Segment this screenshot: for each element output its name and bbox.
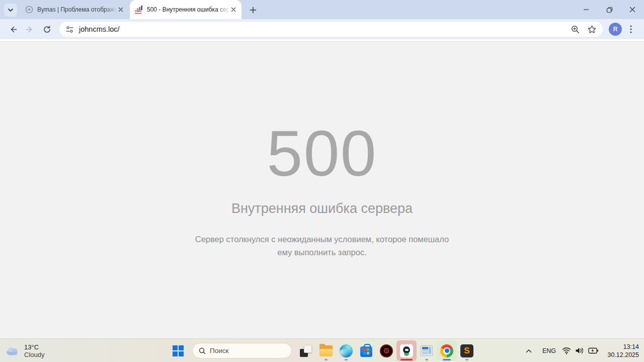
close-icon — [629, 7, 635, 13]
url-text[interactable]: johncms.loc/ — [79, 25, 571, 33]
taskbar-center: ⚙ S — [168, 340, 477, 361]
back-icon — [9, 25, 17, 34]
address-bar[interactable]: johncms.loc/ — [59, 22, 603, 37]
chrome-icon — [440, 344, 453, 357]
task-view-button[interactable] — [296, 340, 316, 361]
tab-bymas[interactable]: Bymas | Проблема отображен — [20, 0, 129, 19]
forward-button[interactable] — [21, 21, 38, 38]
browser-menu-button[interactable] — [625, 23, 637, 35]
taskbar: 13°C Cloudy — [0, 338, 644, 362]
site-settings-icon — [65, 25, 74, 34]
recording-indicator — [400, 359, 413, 360]
browser-tabstrip: Bymas | Проблема отображен CMS 500 - Вну… — [0, 0, 644, 19]
taskbar-search[interactable] — [192, 343, 292, 358]
page-top-strip — [0, 39, 644, 42]
file-explorer-icon — [319, 345, 333, 356]
tray-overflow-button[interactable] — [522, 349, 535, 353]
edge-button[interactable] — [336, 340, 356, 361]
tab-500-error[interactable]: CMS 500 - Внутренняя ошибка сер — [130, 0, 242, 19]
error-title: Внутренняя ошибка сервера — [0, 201, 644, 216]
minimize-icon — [583, 7, 589, 13]
broadcast-icon — [25, 6, 33, 14]
volume-icon — [575, 347, 584, 354]
dark-red-app-icon: ⚙ — [380, 344, 393, 357]
johncms-favicon: CMS — [135, 6, 143, 14]
running-indicator — [345, 359, 348, 360]
running-indicator — [425, 359, 428, 360]
reload-button[interactable] — [38, 21, 55, 38]
chevron-up-icon — [526, 349, 532, 353]
tray-clock[interactable]: 13:14 30.12.2025 — [604, 343, 639, 359]
close-icon — [118, 7, 123, 12]
tab-close-button[interactable] — [229, 6, 237, 14]
chevron-down-icon — [8, 7, 14, 13]
desktop-screen: Bymas | Проблема отображен CMS 500 - Вну… — [0, 0, 644, 362]
active-app-indicator — [443, 359, 451, 360]
search-input[interactable] — [210, 347, 280, 354]
running-indicator — [465, 359, 468, 360]
wifi-icon — [562, 347, 571, 354]
microsoft-store-button[interactable] — [356, 340, 376, 361]
tray-date: 30.12.2025 — [604, 351, 639, 359]
sublime-text-button[interactable]: S — [457, 340, 477, 361]
error-code: 500 — [0, 121, 644, 186]
cloud-icon — [5, 345, 20, 356]
error-message: Сервер столкнулся с неожиданным условием… — [191, 233, 453, 259]
start-button[interactable] — [168, 340, 188, 361]
battery-icon — [588, 347, 599, 354]
task-view-icon — [300, 345, 312, 357]
edge-icon — [340, 344, 353, 357]
bookmark-star-icon[interactable] — [587, 25, 597, 34]
close-window-button[interactable] — [621, 0, 644, 19]
dark-red-app-button[interactable]: ⚙ — [376, 340, 396, 361]
cms-logo-text: CMS — [135, 10, 141, 14]
weather-widget[interactable]: 13°C Cloudy — [5, 341, 44, 360]
error-page: 500 Внутренняя ошибка сервера Сервер сто… — [0, 39, 644, 338]
reload-icon — [43, 25, 51, 34]
tray-time: 13:14 — [604, 343, 639, 351]
sublime-text-icon: S — [460, 344, 473, 357]
microsoft-store-icon — [360, 346, 372, 357]
profile-avatar[interactable]: R — [609, 23, 622, 36]
system-app-button[interactable] — [417, 340, 437, 361]
close-icon — [231, 7, 236, 12]
file-explorer-button[interactable] — [316, 340, 336, 361]
menu-kebab-icon — [630, 25, 632, 33]
tab-title: Bymas | Проблема отображен — [37, 6, 117, 13]
weather-condition: Cloudy — [24, 351, 44, 358]
restore-button[interactable] — [598, 0, 621, 19]
forward-icon — [26, 25, 34, 34]
language-indicator[interactable]: ENG — [542, 347, 556, 354]
screen-recorder-icon — [400, 344, 413, 357]
window-controls — [575, 0, 644, 19]
zoom-icon[interactable] — [571, 25, 580, 34]
running-indicator — [325, 359, 328, 360]
back-button[interactable] — [4, 21, 21, 38]
search-icon — [199, 347, 206, 354]
minimize-button[interactable] — [575, 0, 598, 19]
system-app-icon — [421, 345, 433, 356]
plus-icon — [250, 7, 257, 14]
screen-recorder-button[interactable] — [396, 340, 417, 361]
browser-toolbar: johncms.loc/ R — [0, 19, 644, 39]
tab-close-button[interactable] — [117, 6, 125, 14]
chrome-button[interactable] — [437, 340, 457, 361]
restore-icon — [606, 7, 613, 13]
tab-search-button[interactable] — [4, 4, 17, 17]
windows-logo-icon — [173, 345, 184, 356]
tray-status-icons[interactable] — [562, 347, 599, 354]
new-tab-button[interactable] — [247, 4, 260, 17]
tab-title: 500 - Внутренняя ошибка сер — [147, 6, 229, 13]
system-tray: ENG 13: — [522, 339, 644, 362]
weather-temp: 13°C — [24, 343, 44, 351]
